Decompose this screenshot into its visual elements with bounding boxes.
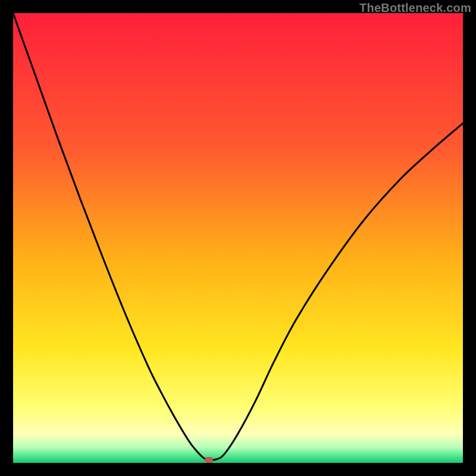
optimal-marker (205, 457, 213, 463)
chart-frame: TheBottleneck.com (0, 0, 476, 476)
curve-layer (13, 13, 463, 463)
attribution-label: TheBottleneck.com (359, 1, 471, 15)
bottleneck-curve (13, 13, 463, 460)
